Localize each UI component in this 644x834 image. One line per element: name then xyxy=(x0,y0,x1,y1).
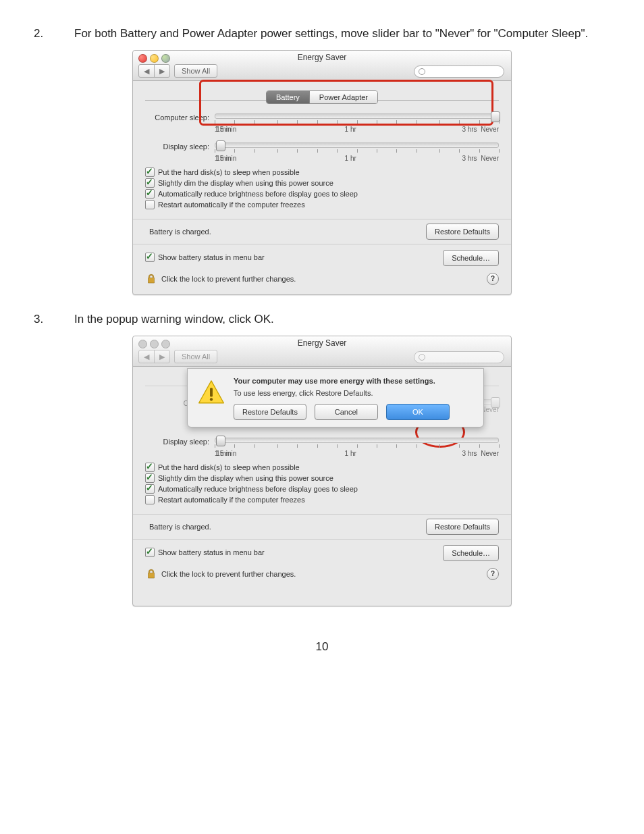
step-2: 2. For both Battery and Power Adapter po… xyxy=(34,27,610,41)
checkbox-menu-bar[interactable] xyxy=(145,548,155,557)
computer-sleep-row: Computer sleep: 1 min 15 min xyxy=(145,113,499,133)
checkbox-brightness[interactable] xyxy=(145,484,155,494)
forward-icon: ▶ xyxy=(155,350,169,363)
tab-power-adapter[interactable]: Power Adapter xyxy=(310,91,377,103)
checkbox-brightness[interactable] xyxy=(145,189,155,199)
page-number: 10 xyxy=(34,640,610,654)
lock-icon[interactable] xyxy=(145,568,157,580)
battery-status: Battery is charged. xyxy=(149,228,211,236)
back-icon[interactable]: ◀ xyxy=(139,65,155,77)
display-sleep-slider[interactable] xyxy=(215,142,499,148)
screenshot-2: Energy Saver ◀ ▶ Show All BatteryPower A… xyxy=(34,336,610,606)
step-text: In the popup warning window, click OK. xyxy=(74,313,610,326)
titlebar: Energy Saver ◀ ▶ Show All xyxy=(133,51,511,81)
checkbox-hd-sleep[interactable] xyxy=(145,463,155,472)
nav-buttons: ◀ ▶ xyxy=(138,350,170,363)
dialog-heading: Your computer may use more energy with t… xyxy=(234,377,450,385)
footer-row: Show battery status in menu bar Schedule… xyxy=(145,244,499,269)
toolbar: ◀ ▶ Show All xyxy=(138,350,217,363)
show-all-button: Show All xyxy=(174,350,217,363)
display-sleep-row: Display sleep: 1 min 15 min xyxy=(145,142,499,162)
display-sleep-slider[interactable] xyxy=(215,438,499,443)
back-icon: ◀ xyxy=(139,350,155,363)
window-title: Energy Saver xyxy=(133,53,511,62)
lock-icon[interactable] xyxy=(145,273,157,285)
lock-row: Click the lock to prevent further change… xyxy=(145,269,499,288)
help-button[interactable]: ? xyxy=(487,568,499,580)
search-input xyxy=(414,351,504,363)
lock-text: Click the lock to prevent further change… xyxy=(161,275,296,283)
forward-icon[interactable]: ▶ xyxy=(155,65,169,77)
step-3: 3. In the popup warning window, click OK… xyxy=(34,313,610,326)
step-text: For both Battery and Power Adapter power… xyxy=(74,27,610,41)
schedule-button[interactable]: Schedule… xyxy=(443,545,499,561)
power-source-tabs[interactable]: Battery Power Adapter xyxy=(266,90,378,104)
checkbox-dim[interactable] xyxy=(145,178,155,188)
nav-buttons[interactable]: ◀ ▶ xyxy=(138,64,170,78)
window-title: Energy Saver xyxy=(133,338,511,348)
checkbox-menu-bar[interactable] xyxy=(145,253,155,262)
computer-sleep-slider[interactable] xyxy=(215,113,499,119)
status-row: Battery is charged. Restore Defaults xyxy=(133,219,511,244)
step-number: 2. xyxy=(34,27,74,41)
checkbox-restart[interactable] xyxy=(145,200,155,209)
toolbar: ◀ ▶ Show All xyxy=(138,64,217,78)
restore-defaults-button[interactable]: Restore Defaults xyxy=(426,519,499,535)
dialog-cancel-button[interactable]: Cancel xyxy=(315,404,378,420)
display-sleep-label: Display sleep: xyxy=(145,142,215,151)
energy-saver-window: Energy Saver ◀ ▶ Show All Battery Power … xyxy=(132,50,512,295)
dialog-body: To use less energy, click Restore Defaul… xyxy=(234,389,450,397)
help-button[interactable]: ? xyxy=(487,273,499,285)
display-sleep-row: Display sleep: 1 min 15 min xyxy=(145,438,499,457)
computer-sleep-label: Computer sleep: xyxy=(145,113,215,122)
checkbox-dim[interactable] xyxy=(145,473,155,483)
tab-battery[interactable]: Battery xyxy=(267,91,310,103)
dialog-restore-button[interactable]: Restore Defaults xyxy=(234,404,306,420)
restore-defaults-button[interactable]: Restore Defaults xyxy=(426,224,499,240)
slider-marks: 1 min 15 min 1 hr 3 hrs Never xyxy=(215,126,499,133)
slider-marks: 1 min 15 min 1 hr 3 hrs Never xyxy=(215,155,499,162)
warning-icon xyxy=(197,378,225,407)
dialog-ok-button[interactable]: OK xyxy=(386,404,450,420)
schedule-button[interactable]: Schedule… xyxy=(443,250,499,266)
step-number: 3. xyxy=(34,313,74,326)
svg-rect-0 xyxy=(210,388,213,396)
checkbox-hd-sleep[interactable] xyxy=(145,167,155,177)
warning-dialog: Your computer may use more energy with t… xyxy=(187,368,484,427)
window-body: Battery Power Adapter Computer sleep: xyxy=(133,81,511,294)
screenshot-1: Energy Saver ◀ ▶ Show All Battery Power … xyxy=(34,50,610,295)
show-all-button[interactable]: Show All xyxy=(174,64,217,78)
svg-point-1 xyxy=(210,398,213,400)
search-input[interactable] xyxy=(414,66,504,78)
titlebar: Energy Saver ◀ ▶ Show All xyxy=(133,336,511,367)
options-checkboxes: Put the hard disk(s) to sleep when possi… xyxy=(145,167,499,209)
energy-saver-window-dialog: Energy Saver ◀ ▶ Show All BatteryPower A… xyxy=(132,336,512,606)
window-body: BatteryPower Adapter Comput Never xyxy=(133,367,511,606)
checkbox-restart[interactable] xyxy=(145,495,155,504)
